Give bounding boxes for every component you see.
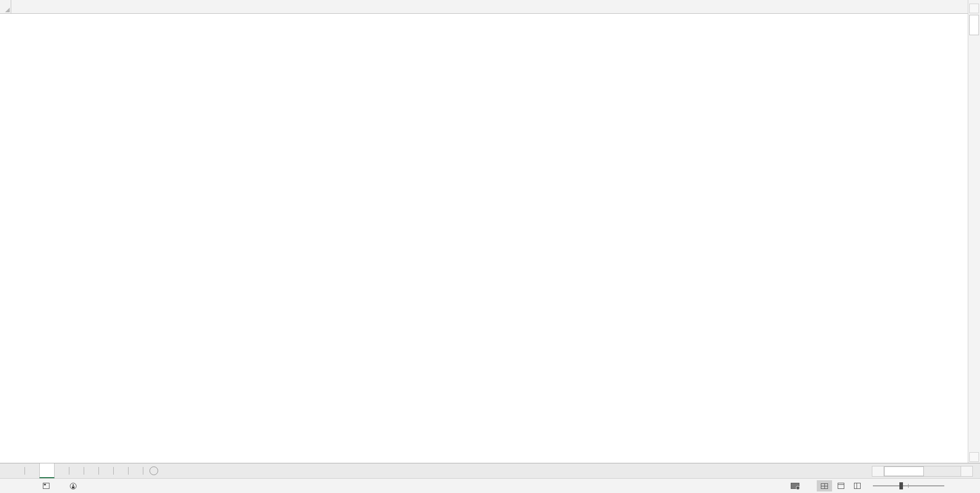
zoom-slider-thumb[interactable] <box>899 482 903 489</box>
page-layout-view-button[interactable] <box>833 480 848 491</box>
tab-supporting-details[interactable] <box>129 463 143 478</box>
normal-view-icon <box>821 483 828 489</box>
horizontal-scroll-thumb[interactable] <box>884 466 924 476</box>
display-settings-icon <box>791 483 799 489</box>
zoom-slider-tick <box>908 484 909 488</box>
horizontal-scrollbar[interactable] <box>884 466 961 477</box>
vertical-scrollbar[interactable] <box>968 0 980 463</box>
tab-divider <box>143 467 143 475</box>
status-bar <box>0 478 980 493</box>
excel-window <box>0 0 980 493</box>
page-break-view-button[interactable] <box>849 480 865 491</box>
tab-input-sheet[interactable] <box>39 463 55 478</box>
hscroll-right-arrow-icon[interactable] <box>961 466 973 477</box>
tab-nav-prev-icon[interactable] <box>0 463 12 478</box>
normal-view-button[interactable] <box>817 480 832 491</box>
add-sheet-button[interactable] <box>149 466 158 475</box>
tab-revenue-analysis[interactable] <box>55 463 69 478</box>
tab-dashboard[interactable] <box>114 463 128 478</box>
tab-start-up-summary[interactable] <box>69 463 84 478</box>
page-break-icon <box>854 483 861 489</box>
tab-financial-statement[interactable] <box>84 463 98 478</box>
scroll-down-arrow-icon[interactable] <box>969 452 979 462</box>
tab-table-of-content[interactable] <box>25 463 39 478</box>
vertical-scroll-thumb[interactable] <box>969 15 979 35</box>
spreadsheet-grid <box>0 0 968 463</box>
macro-record-icon[interactable] <box>43 483 49 489</box>
scroll-up-arrow-icon[interactable] <box>969 4 979 13</box>
page-layout-icon <box>838 483 844 489</box>
tab-financial-analysis[interactable] <box>99 463 113 478</box>
top-strip <box>0 0 968 4</box>
select-all-corner[interactable] <box>0 0 11 14</box>
column-header-strip <box>11 4 968 14</box>
zoom-slider[interactable] <box>873 485 944 486</box>
accessibility-icon <box>70 483 77 489</box>
sheet-tab-bar <box>0 463 980 478</box>
hscroll-left-arrow-icon[interactable] <box>872 466 884 477</box>
tab-nav-next-icon[interactable] <box>12 463 24 478</box>
